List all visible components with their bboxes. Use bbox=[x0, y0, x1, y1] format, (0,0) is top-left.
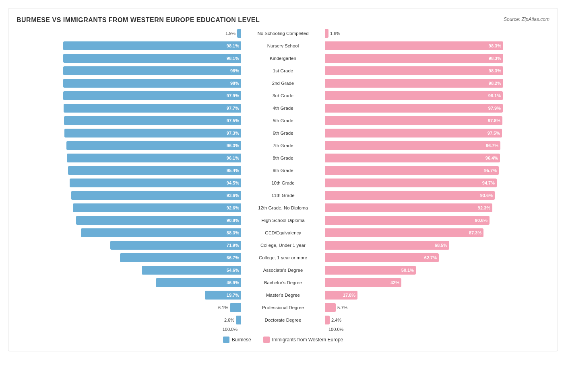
bar-label: 12th Grade, No Diploma bbox=[241, 205, 325, 210]
bar-row: 98%1st Grade98.3% bbox=[17, 65, 549, 76]
bar-value-right: 1.8% bbox=[330, 31, 344, 36]
bar-right: 62.7% bbox=[325, 253, 439, 262]
bar-value-left-inside: 96.3% bbox=[227, 143, 239, 148]
bar-left-section: 93.6% bbox=[17, 191, 241, 200]
bar-left-section: 96.3% bbox=[17, 141, 241, 150]
bar-label: College, Under 1 year bbox=[241, 243, 325, 248]
bar-value-left-inside: 98.1% bbox=[227, 43, 239, 48]
bar-left: 95.4% bbox=[68, 166, 241, 175]
bar-value-left-inside: 97.7% bbox=[227, 106, 239, 111]
bar-left-section: 97.9% bbox=[17, 91, 241, 100]
bar-right: 90.6% bbox=[325, 216, 490, 225]
bar-value-right-inside: 94.7% bbox=[482, 181, 495, 185]
bar-row: 2.6%Doctorate Degree2.4% bbox=[17, 314, 549, 326]
bar-label: College, 1 year or more bbox=[241, 255, 325, 260]
bar-right-section: 90.6% bbox=[325, 216, 549, 225]
burmese-swatch bbox=[223, 337, 229, 343]
bar-left-section: 88.3% bbox=[17, 228, 241, 237]
bar-value-right-inside: 96.7% bbox=[486, 143, 498, 148]
bar-value-right-inside: 98.3% bbox=[489, 56, 501, 61]
bar-value-left-inside: 98% bbox=[230, 68, 239, 73]
immigrants-swatch bbox=[263, 337, 270, 343]
bar-label: 8th Grade bbox=[241, 156, 325, 160]
bar-right: 97.8% bbox=[325, 116, 502, 125]
bar-left-section: 98% bbox=[17, 79, 241, 88]
bar-right: 94.7% bbox=[325, 179, 497, 187]
bar-value-right-inside: 62.7% bbox=[424, 255, 437, 260]
bar-row: 97.5%5th Grade97.8% bbox=[17, 115, 549, 126]
bar-value-left-inside: 97.9% bbox=[227, 93, 239, 98]
bar-left: 54.6% bbox=[142, 266, 241, 275]
bar-left-section: 98% bbox=[17, 66, 241, 75]
bar-right-section: 92.3% bbox=[325, 203, 549, 212]
bar-label: 11th Grade bbox=[241, 193, 325, 198]
bar-left-section: 98.1% bbox=[17, 54, 241, 63]
axis-row: 100.0%100.0% bbox=[17, 327, 549, 332]
bar-value-left-inside: 94.5% bbox=[227, 181, 239, 185]
legend-burmese-label: Burmese bbox=[232, 337, 251, 343]
bar-row: 1.9%No Schooling Completed1.8% bbox=[17, 28, 549, 39]
bar-row: 54.6%Associate's Degree50.1% bbox=[17, 265, 549, 276]
bar-right bbox=[325, 303, 336, 312]
bar-right: 98.3% bbox=[325, 41, 503, 50]
bar-value-right: 5.7% bbox=[337, 305, 351, 310]
bar-row: 98.1%Nursery School98.3% bbox=[17, 40, 549, 51]
bar-right bbox=[325, 316, 330, 324]
bar-value-right-inside: 97.5% bbox=[488, 131, 500, 135]
bar-left-section: 54.6% bbox=[17, 266, 241, 275]
bar-value-left-inside: 66.7% bbox=[227, 255, 239, 260]
bar-left-section: 66.7% bbox=[17, 253, 241, 262]
bar-right: 96.7% bbox=[325, 141, 500, 150]
bar-label: 4th Grade bbox=[241, 106, 325, 111]
bar-value-right-inside: 98.2% bbox=[489, 81, 501, 86]
bar-right: 50.1% bbox=[325, 266, 416, 275]
bar-left: 96.1% bbox=[67, 154, 241, 162]
chart-area: 1.9%No Schooling Completed1.8%98.1%Nurse… bbox=[17, 28, 549, 332]
bar-left: 71.9% bbox=[110, 241, 241, 250]
bar-left: 97.7% bbox=[64, 104, 241, 113]
bar-label: Master's Degree bbox=[241, 293, 325, 298]
bar-right: 98.2% bbox=[325, 79, 503, 88]
bar-left: 66.7% bbox=[120, 253, 241, 262]
bar-label: 6th Grade bbox=[241, 131, 325, 135]
bar-value-left: 2.6% bbox=[220, 318, 234, 322]
bar-label: Bachelor's Degree bbox=[241, 280, 325, 285]
bar-left-section: 98.1% bbox=[17, 41, 241, 50]
bar-value-right: 2.4% bbox=[331, 318, 345, 322]
bar-value-left-inside: 46.9% bbox=[227, 280, 239, 285]
bar-right-section: 1.8% bbox=[325, 29, 549, 38]
bar-row: 97.7%4th Grade97.9% bbox=[17, 103, 549, 114]
bar-left-section: 71.9% bbox=[17, 241, 241, 250]
bar-right-section: 93.6% bbox=[325, 191, 549, 200]
bar-value-right-inside: 50.1% bbox=[401, 268, 414, 273]
bar-left-section: 97.3% bbox=[17, 129, 241, 138]
bar-right-section: 87.3% bbox=[325, 228, 549, 237]
bar-value-right-inside: 42% bbox=[390, 280, 399, 285]
bar-label: High School Diploma bbox=[241, 218, 325, 223]
bar-left: 96.3% bbox=[66, 141, 241, 150]
bar-value-left-inside: 92.6% bbox=[227, 205, 239, 210]
bar-right: 92.3% bbox=[325, 203, 492, 212]
bar-right-section: 96.4% bbox=[325, 154, 549, 162]
bar-right-section: 97.9% bbox=[325, 104, 549, 113]
bar-value-right-inside: 92.3% bbox=[478, 205, 490, 210]
bar-label: 2nd Grade bbox=[241, 81, 325, 86]
bar-left-section: 95.4% bbox=[17, 166, 241, 175]
bar-right: 98.1% bbox=[325, 91, 503, 100]
bar-right-section: 94.7% bbox=[325, 179, 549, 187]
bar-left: 46.9% bbox=[156, 278, 241, 287]
bar-left-section: 2.6% bbox=[17, 316, 241, 324]
bar-right: 97.9% bbox=[325, 104, 503, 113]
chart-title: BURMESE VS IMMIGRANTS FROM WESTERN EUROP… bbox=[17, 16, 549, 24]
bar-right-section: 97.8% bbox=[325, 116, 549, 125]
bar-value-right-inside: 96.4% bbox=[485, 156, 498, 160]
bar-left: 98% bbox=[63, 79, 241, 88]
bar-value-right-inside: 98.3% bbox=[489, 43, 501, 48]
bar-value-right-inside: 98.1% bbox=[488, 93, 501, 98]
bar-value-right-inside: 95.7% bbox=[484, 168, 497, 173]
bar-right: 97.5% bbox=[325, 129, 502, 138]
bar-right bbox=[325, 29, 328, 38]
bar-left-section: 90.8% bbox=[17, 216, 241, 225]
bar-row: 66.7%College, 1 year or more62.7% bbox=[17, 252, 549, 263]
bar-value-left-inside: 97.3% bbox=[227, 131, 239, 135]
